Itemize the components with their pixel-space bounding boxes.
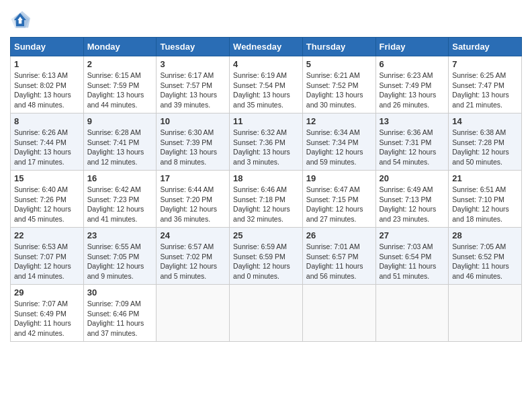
calendar-cell — [230, 285, 303, 342]
calendar-cell: 19 Sunrise: 6:47 AMSunset: 7:15 PMDaylig… — [302, 171, 375, 228]
logo — [10, 10, 33, 30]
calendar-cell: 3 Sunrise: 6:17 AMSunset: 7:57 PMDayligh… — [157, 56, 230, 113]
day-info: Sunrise: 6:34 AMSunset: 7:34 PMDaylight:… — [306, 128, 372, 167]
calendar-cell: 18 Sunrise: 6:46 AMSunset: 7:18 PMDaylig… — [230, 171, 303, 228]
calendar-cell: 21 Sunrise: 6:51 AMSunset: 7:10 PMDaylig… — [449, 171, 522, 228]
day-number: 26 — [306, 230, 372, 240]
week-row: 15 Sunrise: 6:40 AMSunset: 7:26 PMDaylig… — [11, 171, 522, 228]
week-row: 8 Sunrise: 6:26 AMSunset: 7:44 PMDayligh… — [11, 113, 522, 171]
day-info: Sunrise: 7:01 AMSunset: 6:57 PMDaylight:… — [306, 242, 372, 281]
day-info: Sunrise: 6:40 AMSunset: 7:26 PMDaylight:… — [14, 185, 80, 224]
week-row: 22 Sunrise: 6:53 AMSunset: 7:07 PMDaylig… — [11, 228, 522, 285]
day-info: Sunrise: 7:07 AMSunset: 6:49 PMDaylight:… — [14, 299, 80, 338]
calendar-cell: 6 Sunrise: 6:23 AMSunset: 7:49 PMDayligh… — [375, 56, 449, 113]
calendar-cell: 8 Sunrise: 6:26 AMSunset: 7:44 PMDayligh… — [11, 113, 84, 171]
day-info: Sunrise: 6:28 AMSunset: 7:41 PMDaylight:… — [87, 128, 153, 167]
day-number: 15 — [14, 173, 80, 183]
day-number: 10 — [160, 116, 226, 126]
day-info: Sunrise: 6:21 AMSunset: 7:52 PMDaylight:… — [306, 71, 372, 110]
day-number: 21 — [452, 173, 518, 183]
calendar-cell — [375, 285, 449, 342]
day-number: 28 — [452, 230, 518, 240]
weekday-header: Sunday — [11, 38, 84, 56]
day-number: 14 — [452, 116, 518, 126]
day-info: Sunrise: 6:38 AMSunset: 7:28 PMDaylight:… — [452, 128, 518, 167]
day-number: 18 — [233, 173, 299, 183]
day-info: Sunrise: 6:25 AMSunset: 7:47 PMDaylight:… — [452, 71, 518, 110]
calendar-cell: 16 Sunrise: 6:42 AMSunset: 7:23 PMDaylig… — [83, 171, 157, 228]
day-number: 16 — [87, 173, 153, 183]
week-row: 29 Sunrise: 7:07 AMSunset: 6:49 PMDaylig… — [11, 285, 522, 342]
day-number: 27 — [380, 230, 445, 240]
day-info: Sunrise: 6:49 AMSunset: 7:13 PMDaylight:… — [380, 185, 445, 224]
weekday-header: Wednesday — [230, 38, 303, 56]
day-info: Sunrise: 6:19 AMSunset: 7:54 PMDaylight:… — [233, 71, 299, 110]
calendar-cell: 5 Sunrise: 6:21 AMSunset: 7:52 PMDayligh… — [302, 56, 375, 113]
day-number: 22 — [14, 230, 80, 240]
weekday-header: Friday — [375, 38, 449, 56]
day-number: 6 — [380, 59, 445, 69]
day-number: 29 — [14, 287, 80, 298]
weekday-header: Thursday — [302, 38, 375, 56]
calendar-cell: 29 Sunrise: 7:07 AMSunset: 6:49 PMDaylig… — [11, 285, 84, 342]
day-info: Sunrise: 7:03 AMSunset: 6:54 PMDaylight:… — [380, 242, 445, 281]
day-info: Sunrise: 6:44 AMSunset: 7:20 PMDaylight:… — [160, 185, 226, 224]
calendar-cell: 25 Sunrise: 6:59 AMSunset: 6:59 PMDaylig… — [230, 228, 303, 285]
day-number: 1 — [14, 59, 80, 69]
calendar-cell: 24 Sunrise: 6:57 AMSunset: 7:02 PMDaylig… — [157, 228, 230, 285]
week-row: 1 Sunrise: 6:13 AMSunset: 8:02 PMDayligh… — [11, 56, 522, 113]
day-info: Sunrise: 6:36 AMSunset: 7:31 PMDaylight:… — [380, 128, 445, 167]
day-number: 7 — [452, 59, 518, 69]
calendar-cell: 22 Sunrise: 6:53 AMSunset: 7:07 PMDaylig… — [11, 228, 84, 285]
weekday-header: Monday — [83, 38, 157, 56]
weekday-header: Saturday — [449, 38, 522, 56]
day-number: 4 — [233, 59, 299, 69]
day-number: 24 — [160, 230, 226, 240]
calendar-cell: 12 Sunrise: 6:34 AMSunset: 7:34 PMDaylig… — [302, 113, 375, 171]
calendar-cell: 7 Sunrise: 6:25 AMSunset: 7:47 PMDayligh… — [449, 56, 522, 113]
day-number: 8 — [14, 116, 80, 126]
calendar-cell: 14 Sunrise: 6:38 AMSunset: 7:28 PMDaylig… — [449, 113, 522, 171]
weekday-header-row: SundayMondayTuesdayWednesdayThursdayFrid… — [11, 38, 522, 56]
calendar-table: SundayMondayTuesdayWednesdayThursdayFrid… — [10, 37, 522, 342]
calendar-cell: 20 Sunrise: 6:49 AMSunset: 7:13 PMDaylig… — [375, 171, 449, 228]
day-info: Sunrise: 6:30 AMSunset: 7:39 PMDaylight:… — [160, 128, 226, 167]
calendar-cell — [157, 285, 230, 342]
day-number: 25 — [233, 230, 299, 240]
logo-icon — [10, 10, 30, 30]
day-number: 13 — [380, 116, 445, 126]
day-number: 2 — [87, 59, 153, 69]
calendar-cell: 10 Sunrise: 6:30 AMSunset: 7:39 PMDaylig… — [157, 113, 230, 171]
day-info: Sunrise: 6:57 AMSunset: 7:02 PMDaylight:… — [160, 242, 226, 281]
day-info: Sunrise: 6:53 AMSunset: 7:07 PMDaylight:… — [14, 242, 80, 281]
day-number: 17 — [160, 173, 226, 183]
calendar-cell: 28 Sunrise: 7:05 AMSunset: 6:52 PMDaylig… — [449, 228, 522, 285]
day-info: Sunrise: 6:42 AMSunset: 7:23 PMDaylight:… — [87, 185, 153, 224]
day-info: Sunrise: 7:05 AMSunset: 6:52 PMDaylight:… — [452, 242, 518, 281]
day-info: Sunrise: 6:55 AMSunset: 7:05 PMDaylight:… — [87, 242, 153, 281]
page-header — [10, 10, 522, 30]
day-info: Sunrise: 6:47 AMSunset: 7:15 PMDaylight:… — [306, 185, 372, 224]
calendar-cell: 15 Sunrise: 6:40 AMSunset: 7:26 PMDaylig… — [11, 171, 84, 228]
day-info: Sunrise: 6:15 AMSunset: 7:59 PMDaylight:… — [87, 71, 153, 110]
calendar-cell: 4 Sunrise: 6:19 AMSunset: 7:54 PMDayligh… — [230, 56, 303, 113]
calendar-cell: 2 Sunrise: 6:15 AMSunset: 7:59 PMDayligh… — [83, 56, 157, 113]
day-info: Sunrise: 6:26 AMSunset: 7:44 PMDaylight:… — [14, 128, 80, 167]
calendar-cell: 30 Sunrise: 7:09 AMSunset: 6:46 PMDaylig… — [83, 285, 157, 342]
day-info: Sunrise: 6:23 AMSunset: 7:49 PMDaylight:… — [380, 71, 445, 110]
day-number: 11 — [233, 116, 299, 126]
day-info: Sunrise: 6:17 AMSunset: 7:57 PMDaylight:… — [160, 71, 226, 110]
day-number: 23 — [87, 230, 153, 240]
calendar-cell: 1 Sunrise: 6:13 AMSunset: 8:02 PMDayligh… — [11, 56, 84, 113]
calendar-cell: 23 Sunrise: 6:55 AMSunset: 7:05 PMDaylig… — [83, 228, 157, 285]
day-number: 12 — [306, 116, 372, 126]
calendar-cell: 27 Sunrise: 7:03 AMSunset: 6:54 PMDaylig… — [375, 228, 449, 285]
calendar-cell: 26 Sunrise: 7:01 AMSunset: 6:57 PMDaylig… — [302, 228, 375, 285]
day-info: Sunrise: 6:32 AMSunset: 7:36 PMDaylight:… — [233, 128, 299, 167]
day-info: Sunrise: 6:46 AMSunset: 7:18 PMDaylight:… — [233, 185, 299, 224]
calendar-cell: 9 Sunrise: 6:28 AMSunset: 7:41 PMDayligh… — [83, 113, 157, 171]
day-number: 9 — [87, 116, 153, 126]
day-number: 5 — [306, 59, 372, 69]
day-number: 19 — [306, 173, 372, 183]
calendar-cell: 17 Sunrise: 6:44 AMSunset: 7:20 PMDaylig… — [157, 171, 230, 228]
